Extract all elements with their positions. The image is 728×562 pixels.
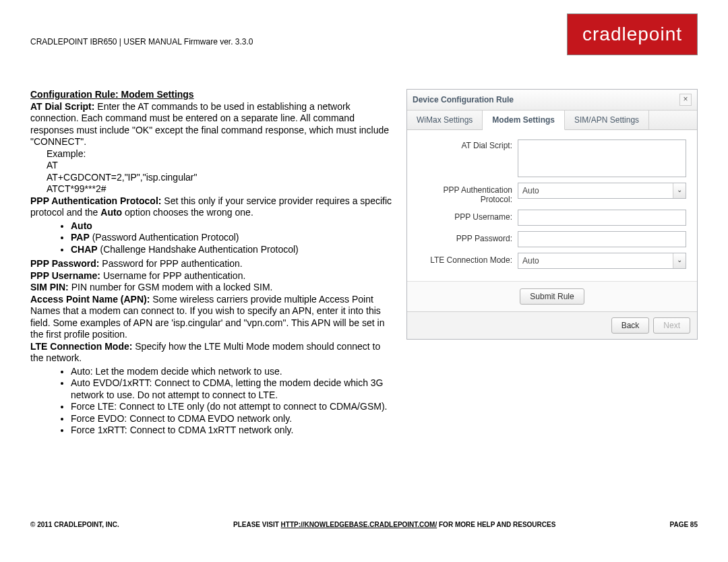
submit-rule-button[interactable]: Submit Rule bbox=[520, 288, 584, 305]
ppp-auth-select[interactable]: Auto ⌄ bbox=[518, 183, 686, 199]
kb-link[interactable]: HTTP://KNOWLEDGEBASE.CRADLEPOINT.COM/ bbox=[281, 521, 437, 528]
chevron-down-icon: ⌄ bbox=[673, 183, 686, 198]
lte-heading: LTE Connection Mode: bbox=[30, 341, 132, 352]
next-button[interactable]: Next bbox=[653, 317, 690, 334]
list-item: Auto: Let the modem decide which network… bbox=[71, 366, 396, 378]
lte-mode-label: LTE Connection Mode: bbox=[418, 253, 518, 265]
chevron-down-icon: ⌄ bbox=[673, 253, 686, 268]
lte-mode-select[interactable]: Auto ⌄ bbox=[518, 253, 686, 269]
section-title: Configuration Rule: Modem Settings bbox=[30, 89, 194, 100]
body-text: Configuration Rule: Modem Settings AT Di… bbox=[30, 89, 396, 439]
list-item: Auto EVDO/1xRTT: Connect to CDMA, lettin… bbox=[71, 377, 396, 401]
at-dial-label: AT Dial Script: bbox=[418, 139, 518, 150]
tab-modem-settings[interactable]: Modem Settings bbox=[483, 111, 565, 130]
at-dial-heading: AT Dial Script: bbox=[30, 101, 94, 112]
close-icon[interactable]: × bbox=[679, 94, 692, 106]
footer-help: PLEASE VISIT HTTP://KNOWLEDGEBASE.CRADLE… bbox=[233, 521, 555, 528]
ppp-auth-label: PPP Authentication Protocol: bbox=[418, 183, 518, 204]
tab-wimax-settings[interactable]: WiMax Settings bbox=[407, 111, 483, 129]
example-line: ATCT*99***2# bbox=[47, 183, 396, 195]
page-number: PAGE 85 bbox=[669, 521, 698, 528]
example-line: AT+CGDCONT=2,"IP","isp.cingular" bbox=[47, 172, 396, 184]
ppp-password-heading: PPP Password: bbox=[30, 258, 99, 269]
ppp-username-heading: PPP Username: bbox=[30, 270, 100, 281]
dialog-title: Device Configuration Rule bbox=[413, 95, 514, 104]
brand-logo: cradlepoint bbox=[567, 13, 698, 55]
ppp-user-label: PPP Username: bbox=[418, 210, 518, 222]
sim-pin-heading: SIM PIN: bbox=[30, 282, 69, 292]
at-dial-script-input[interactable] bbox=[518, 139, 686, 177]
tab-sim-apn-settings[interactable]: SIM/APN Settings bbox=[565, 111, 649, 129]
dialog-tabs: WiMax Settings Modem Settings SIM/APN Se… bbox=[407, 111, 697, 130]
ppp-auth-heading: PPP Authentication Protocol: bbox=[30, 195, 161, 206]
page-footer: © 2011 CRADLEPOINT, INC. PLEASE VISIT HT… bbox=[30, 521, 698, 528]
apn-heading: Access Point Name (APN): bbox=[30, 294, 150, 305]
list-item: Force LTE: Connect to LTE only (do not a… bbox=[71, 401, 396, 413]
device-config-dialog: Device Configuration Rule × WiMax Settin… bbox=[406, 89, 698, 340]
list-item: Force 1xRTT: Connect to CDMA 1xRTT netwo… bbox=[71, 425, 396, 437]
example-label: Example: bbox=[47, 148, 396, 160]
ppp-password-input[interactable] bbox=[518, 231, 686, 247]
copyright: © 2011 CRADLEPOINT, INC. bbox=[30, 521, 119, 528]
ppp-username-input[interactable] bbox=[518, 210, 686, 226]
back-button[interactable]: Back bbox=[611, 317, 650, 334]
doc-header: CRADLEPOINT IBR650 | USER MANUAL Firmwar… bbox=[30, 13, 253, 46]
example-line: AT bbox=[47, 160, 396, 172]
list-item: Force EVDO: Connect to CDMA EVDO network… bbox=[71, 413, 396, 425]
ppp-pass-label: PPP Password: bbox=[418, 231, 518, 243]
